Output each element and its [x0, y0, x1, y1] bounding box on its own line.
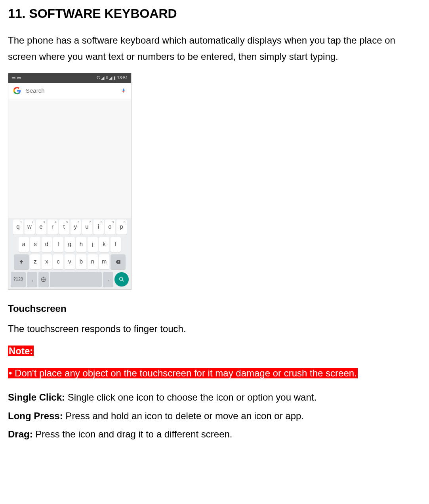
shift-key[interactable] [14, 254, 29, 269]
letter-key[interactable]: 1q [13, 220, 23, 235]
touchscreen-heading: Touchscreen [8, 302, 421, 316]
keyboard-row-2: asdfghjkl [9, 237, 130, 252]
status-bar: ▭ ▭ G ◢ E ◢ ▮ 18:51 [8, 73, 131, 83]
action-line: Long Press: Press and hold an icon to de… [8, 409, 421, 424]
clock-text: 18:51 [117, 74, 128, 81]
mic-icon[interactable] [121, 87, 126, 94]
status-icon: ▭ [17, 74, 21, 81]
svg-line-3 [122, 280, 124, 281]
search-bar[interactable] [8, 83, 131, 99]
letter-key[interactable]: 0p [116, 220, 127, 235]
search-action-key[interactable] [114, 272, 129, 286]
letter-key[interactable]: x [42, 254, 52, 269]
letter-key[interactable]: 2w [25, 220, 35, 235]
action-label: Long Press: [8, 410, 63, 421]
letter-key[interactable]: c [53, 254, 63, 269]
letter-key[interactable]: l [111, 237, 121, 252]
letter-key[interactable]: h [76, 237, 86, 252]
letter-key[interactable]: 5t [59, 220, 69, 235]
google-logo-icon [13, 87, 21, 95]
note-block: Note: • Don't place any object on the to… [8, 344, 421, 382]
action-label: Single Click: [8, 392, 65, 403]
note-body: • Don't place any object on the touchscr… [8, 364, 421, 382]
keyboard-row-3: zxcvbnm [9, 254, 130, 269]
letter-key[interactable]: 8i [93, 220, 104, 235]
backspace-key[interactable] [111, 254, 126, 269]
letter-key[interactable]: g [65, 237, 75, 252]
search-input[interactable] [25, 87, 117, 94]
intro-paragraph: The phone has a software keyboard which … [8, 32, 421, 65]
letter-key[interactable]: s [30, 237, 40, 252]
letter-key[interactable]: 9o [105, 220, 115, 235]
note-label: Note: [8, 346, 34, 356]
language-key[interactable] [38, 272, 49, 287]
letter-key[interactable]: a [19, 237, 29, 252]
action-line: Single Click: Single click one icon to c… [8, 390, 421, 405]
numeric-key[interactable]: ?123 [11, 272, 26, 287]
action-text: Single click one icon to choose the icon… [65, 392, 317, 403]
letter-key[interactable]: 7u [82, 220, 92, 235]
letter-key[interactable]: d [42, 237, 52, 252]
network-label: G [97, 74, 100, 81]
svg-rect-0 [123, 92, 124, 93]
action-text: Press and hold an icon to delete or move… [63, 410, 304, 421]
section-heading: 11. SOFTWARE KEYBOARD [8, 4, 421, 23]
signal-icon: E [105, 75, 108, 81]
letter-key[interactable]: z [30, 254, 40, 269]
phone-content-area [8, 99, 131, 218]
spacebar-key[interactable] [50, 272, 102, 287]
battery-icon: ▮ [113, 74, 116, 81]
action-label: Drag: [8, 429, 33, 439]
signal-icon: ◢ [109, 74, 112, 81]
action-text: Press the icon and drag it to a differen… [33, 429, 233, 439]
letter-key[interactable]: f [53, 237, 63, 252]
letter-key[interactable]: 3e [36, 220, 46, 235]
phone-screenshot: ▭ ▭ G ◢ E ◢ ▮ 18:51 1q2w3e4r [8, 73, 132, 290]
letter-key[interactable]: 6y [71, 220, 81, 235]
letter-key[interactable]: m [99, 254, 109, 269]
comma-key[interactable]: , [27, 272, 37, 287]
keyboard-row-1: 1q2w3e4r5t6y7u8i9o0p [9, 220, 130, 235]
letter-key[interactable]: v [65, 254, 75, 269]
letter-key[interactable]: k [99, 237, 109, 252]
period-key[interactable]: . [103, 272, 113, 287]
letter-key[interactable]: n [88, 254, 98, 269]
keyboard-row-bottom: ?123 , . [9, 272, 130, 287]
letter-key[interactable]: 4r [48, 220, 58, 235]
svg-point-2 [120, 277, 123, 280]
action-line: Drag: Press the icon and drag it to a di… [8, 427, 421, 442]
letter-key[interactable]: j [88, 237, 98, 252]
touchscreen-text: The touchscreen responds to finger touch… [8, 322, 421, 336]
onscreen-keyboard: 1q2w3e4r5t6y7u8i9o0p asdfghjkl zxcvbnm ?… [8, 218, 131, 289]
status-icon: ▭ [11, 74, 15, 81]
signal-icon: ◢ [101, 74, 104, 81]
letter-key[interactable]: b [76, 254, 86, 269]
